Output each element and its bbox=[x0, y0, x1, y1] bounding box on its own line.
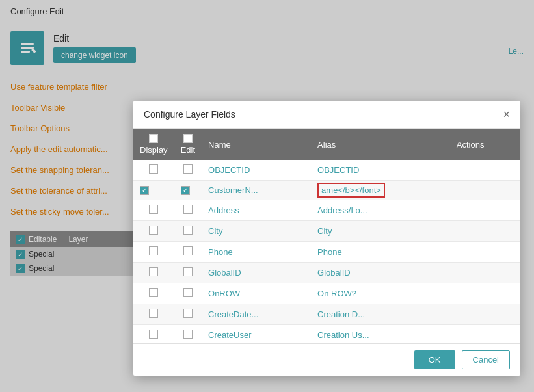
alias-cell-5: GlobalID bbox=[311, 263, 450, 283]
display-checkbox-1[interactable]: ✓ bbox=[140, 186, 149, 195]
edit-cell-8[interactable] bbox=[174, 325, 202, 344]
name-cell-5: GlobalID bbox=[202, 263, 311, 283]
table-body: OBJECTIDOBJECTID✓✓CustomerN...ame</b></f… bbox=[133, 160, 520, 343]
modal-footer: OK Cancel bbox=[133, 343, 520, 376]
table-row: CreateDate...Creation D... bbox=[133, 304, 520, 325]
col-header-actions: Actions bbox=[450, 129, 520, 160]
edit-cell-6[interactable] bbox=[174, 283, 202, 304]
alias-cell-7: Creation D... bbox=[311, 304, 450, 325]
table-header-row: Display Edit Name Alias Actions bbox=[133, 129, 520, 160]
display-cell-4[interactable] bbox=[133, 242, 174, 263]
name-cell-2: Address bbox=[202, 200, 311, 221]
col-header-name: Name bbox=[202, 129, 311, 160]
fields-table-scroll[interactable]: Display Edit Name Alias Actions OBJECTID… bbox=[133, 129, 520, 343]
edit-cell-5[interactable] bbox=[174, 263, 202, 283]
cancel-button[interactable]: Cancel bbox=[462, 350, 510, 369]
edit-checkbox-6[interactable] bbox=[183, 288, 193, 297]
table-row: AddressAddress/Lo... bbox=[133, 200, 520, 221]
alias-cell-4: Phone bbox=[311, 242, 450, 263]
display-cell-3[interactable] bbox=[133, 221, 174, 242]
name-cell-0: OBJECTID bbox=[202, 160, 311, 181]
table-row: GlobalIDGlobalID bbox=[133, 263, 520, 283]
table-row: PhonePhone bbox=[133, 242, 520, 263]
table-row: ✓✓CustomerN...ame</b></font> bbox=[133, 181, 520, 200]
edit-cell-4[interactable] bbox=[174, 242, 202, 263]
edit-checkbox-2[interactable] bbox=[183, 205, 193, 214]
edit-checkbox-8[interactable] bbox=[183, 330, 193, 339]
edit-checkbox-4[interactable] bbox=[183, 246, 193, 255]
modal-header: Configure Layer Fields × bbox=[133, 101, 520, 129]
table-row: OnROWOn ROW? bbox=[133, 283, 520, 304]
display-cell-7[interactable] bbox=[133, 304, 174, 325]
display-header-checkbox[interactable] bbox=[149, 134, 158, 143]
display-cell-2[interactable] bbox=[133, 200, 174, 221]
alias-cell-1: ame</b></font> bbox=[311, 181, 450, 200]
display-cell-1[interactable]: ✓ bbox=[133, 181, 174, 200]
edit-cell-1[interactable]: ✓ bbox=[174, 181, 202, 200]
display-cell-6[interactable] bbox=[133, 283, 174, 304]
name-cell-4: Phone bbox=[202, 242, 311, 263]
actions-cell-4 bbox=[450, 242, 520, 263]
display-checkbox-8[interactable] bbox=[149, 330, 158, 339]
ok-button[interactable]: OK bbox=[414, 350, 455, 369]
edit-checkbox-5[interactable] bbox=[183, 267, 193, 276]
table-row: OBJECTIDOBJECTID bbox=[133, 160, 520, 181]
col-header-display: Display bbox=[133, 129, 174, 160]
display-cell-8[interactable] bbox=[133, 325, 174, 344]
col-header-alias: Alias bbox=[311, 129, 450, 160]
table-row: CityCity bbox=[133, 221, 520, 242]
edit-checkbox-1[interactable]: ✓ bbox=[181, 186, 190, 195]
name-cell-8: CreateUser bbox=[202, 325, 311, 344]
alias-cell-8: Creation Us... bbox=[311, 325, 450, 344]
display-cell-0[interactable] bbox=[133, 160, 174, 181]
actions-cell-5 bbox=[450, 263, 520, 283]
table-row: CreateUserCreation Us... bbox=[133, 325, 520, 344]
display-checkbox-5[interactable] bbox=[149, 267, 158, 276]
alias-cell-2: Address/Lo... bbox=[311, 200, 450, 221]
display-checkbox-7[interactable] bbox=[149, 309, 158, 318]
name-cell-7: CreateDate... bbox=[202, 304, 311, 325]
edit-header-checkbox[interactable] bbox=[183, 134, 193, 143]
actions-cell-0 bbox=[450, 160, 520, 181]
name-cell-1: CustomerN... bbox=[202, 181, 311, 200]
col-header-edit: Edit bbox=[174, 129, 202, 160]
actions-cell-2 bbox=[450, 200, 520, 221]
fields-table: Display Edit Name Alias Actions OBJECTID… bbox=[133, 129, 520, 343]
edit-cell-3[interactable] bbox=[174, 221, 202, 242]
name-cell-3: City bbox=[202, 221, 311, 242]
alias-cell-3: City bbox=[311, 221, 450, 242]
name-cell-6: OnROW bbox=[202, 283, 311, 304]
alias-cell-0: OBJECTID bbox=[311, 160, 450, 181]
modal-close-button[interactable]: × bbox=[503, 109, 510, 120]
display-checkbox-0[interactable] bbox=[149, 164, 158, 174]
display-checkbox-3[interactable] bbox=[149, 226, 158, 235]
display-cell-5[interactable] bbox=[133, 263, 174, 283]
configure-layer-fields-modal: Configure Layer Fields × Display Edit Na… bbox=[133, 101, 520, 376]
actions-cell-7 bbox=[450, 304, 520, 325]
actions-cell-8 bbox=[450, 325, 520, 344]
actions-cell-1 bbox=[450, 181, 520, 200]
alias-highlighted-1: ame</b></font> bbox=[317, 183, 385, 198]
display-checkbox-6[interactable] bbox=[149, 288, 158, 297]
edit-checkbox-7[interactable] bbox=[183, 309, 193, 318]
edit-cell-2[interactable] bbox=[174, 200, 202, 221]
actions-cell-6 bbox=[450, 283, 520, 304]
edit-checkbox-3[interactable] bbox=[183, 226, 193, 235]
edit-cell-7[interactable] bbox=[174, 304, 202, 325]
edit-checkbox-0[interactable] bbox=[183, 164, 193, 174]
edit-cell-0[interactable] bbox=[174, 160, 202, 181]
alias-cell-6: On ROW? bbox=[311, 283, 450, 304]
actions-cell-3 bbox=[450, 221, 520, 242]
modal-title: Configure Layer Fields bbox=[144, 109, 235, 120]
display-checkbox-4[interactable] bbox=[149, 246, 158, 255]
display-checkbox-2[interactable] bbox=[149, 205, 158, 214]
